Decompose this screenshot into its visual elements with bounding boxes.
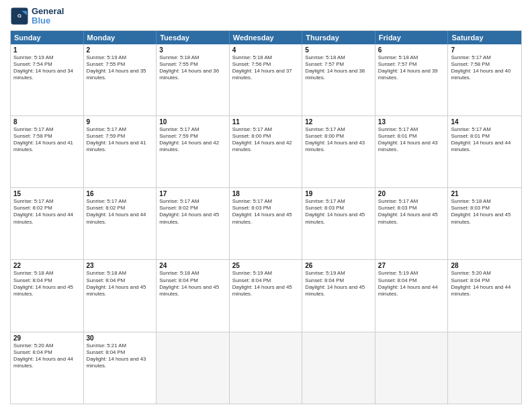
- calendar-cell: 25Sunrise: 5:19 AMSunset: 8:04 PMDayligh…: [230, 260, 303, 331]
- day-number: 22: [13, 262, 81, 269]
- cell-info: Sunrise: 5:17 AMSunset: 7:58 PMDaylight:…: [13, 126, 81, 154]
- day-number: 25: [232, 262, 300, 269]
- calendar-cell: 21Sunrise: 5:18 AMSunset: 8:03 PMDayligh…: [448, 188, 521, 259]
- calendar-row: 1Sunrise: 5:19 AMSunset: 7:54 PMDaylight…: [11, 44, 521, 116]
- logo-line2: Blue: [32, 16, 64, 26]
- day-number: 3: [159, 46, 226, 54]
- logo-icon: G: [10, 7, 29, 26]
- calendar-cell: 3Sunrise: 5:18 AMSunset: 7:55 PMDaylight…: [157, 44, 230, 116]
- cell-info: Sunrise: 5:17 AMSunset: 8:02 PMDaylight:…: [13, 198, 81, 226]
- calendar-cell: 5Sunrise: 5:18 AMSunset: 7:57 PMDaylight…: [302, 44, 375, 116]
- calendar-cell: 30Sunrise: 5:21 AMSunset: 8:04 PMDayligh…: [84, 332, 157, 404]
- cell-info: Sunrise: 5:17 AMSunset: 8:03 PMDaylight:…: [305, 198, 372, 226]
- calendar-cell: 12Sunrise: 5:17 AMSunset: 8:00 PMDayligh…: [302, 116, 375, 187]
- weekday-header: Tuesday: [157, 31, 230, 44]
- calendar-cell: 15Sunrise: 5:17 AMSunset: 8:02 PMDayligh…: [11, 188, 84, 259]
- day-number: 5: [305, 46, 372, 54]
- calendar-cell: 22Sunrise: 5:18 AMSunset: 8:04 PMDayligh…: [11, 260, 84, 331]
- cell-info: Sunrise: 5:17 AMSunset: 7:59 PMDaylight:…: [87, 126, 154, 154]
- calendar-cell: [302, 332, 375, 404]
- calendar-cell: [157, 332, 230, 404]
- day-number: 14: [451, 118, 519, 126]
- calendar-cell: 6Sunrise: 5:18 AMSunset: 7:57 PMDaylight…: [375, 44, 449, 116]
- calendar-cell: 14Sunrise: 5:17 AMSunset: 8:01 PMDayligh…: [448, 116, 521, 187]
- calendar-cell: 18Sunrise: 5:17 AMSunset: 8:03 PMDayligh…: [230, 188, 303, 259]
- day-number: 29: [13, 334, 81, 342]
- day-number: 6: [378, 46, 445, 54]
- cell-info: Sunrise: 5:19 AMSunset: 8:04 PMDaylight:…: [378, 270, 445, 298]
- cell-info: Sunrise: 5:17 AMSunset: 7:59 PMDaylight:…: [159, 126, 226, 154]
- cell-info: Sunrise: 5:20 AMSunset: 8:04 PMDaylight:…: [451, 270, 519, 298]
- calendar-cell: 11Sunrise: 5:17 AMSunset: 8:00 PMDayligh…: [230, 116, 303, 187]
- cell-info: Sunrise: 5:20 AMSunset: 8:04 PMDaylight:…: [13, 342, 81, 370]
- calendar-cell: 29Sunrise: 5:20 AMSunset: 8:04 PMDayligh…: [11, 332, 84, 404]
- cell-info: Sunrise: 5:17 AMSunset: 8:03 PMDaylight:…: [232, 198, 300, 226]
- day-number: 23: [87, 262, 154, 269]
- weekday-header: Wednesday: [230, 31, 303, 44]
- calendar-cell: 17Sunrise: 5:17 AMSunset: 8:02 PMDayligh…: [157, 188, 230, 259]
- day-number: 13: [378, 118, 445, 126]
- cell-info: Sunrise: 5:18 AMSunset: 8:03 PMDaylight:…: [451, 198, 519, 226]
- weekday-header: Thursday: [302, 31, 375, 44]
- cell-info: Sunrise: 5:19 AMSunset: 8:04 PMDaylight:…: [232, 270, 300, 298]
- day-number: 1: [13, 46, 81, 54]
- day-number: 16: [87, 190, 154, 197]
- day-number: 15: [13, 190, 81, 197]
- calendar-cell: 2Sunrise: 5:19 AMSunset: 7:55 PMDaylight…: [84, 44, 157, 116]
- day-number: 9: [87, 118, 154, 126]
- day-number: 26: [305, 262, 372, 269]
- cell-info: Sunrise: 5:18 AMSunset: 8:04 PMDaylight:…: [159, 270, 226, 298]
- calendar-cell: 7Sunrise: 5:17 AMSunset: 7:58 PMDaylight…: [448, 44, 521, 116]
- calendar-row: 22Sunrise: 5:18 AMSunset: 8:04 PMDayligh…: [11, 260, 521, 332]
- calendar-cell: 8Sunrise: 5:17 AMSunset: 7:58 PMDaylight…: [11, 116, 84, 187]
- logo-line1: General: [32, 7, 64, 16]
- day-number: 12: [305, 118, 372, 126]
- cell-info: Sunrise: 5:17 AMSunset: 8:01 PMDaylight:…: [451, 126, 519, 154]
- calendar-cell: 27Sunrise: 5:19 AMSunset: 8:04 PMDayligh…: [375, 260, 449, 331]
- cell-info: Sunrise: 5:18 AMSunset: 8:04 PMDaylight:…: [87, 270, 154, 298]
- calendar-cell: 19Sunrise: 5:17 AMSunset: 8:03 PMDayligh…: [302, 188, 375, 259]
- cell-info: Sunrise: 5:19 AMSunset: 7:55 PMDaylight:…: [87, 54, 154, 82]
- cell-info: Sunrise: 5:18 AMSunset: 7:55 PMDaylight:…: [159, 54, 226, 82]
- day-number: 28: [451, 262, 519, 269]
- calendar: SundayMondayTuesdayWednesdayThursdayFrid…: [10, 30, 522, 404]
- calendar-cell: 24Sunrise: 5:18 AMSunset: 8:04 PMDayligh…: [157, 260, 230, 331]
- calendar-cell: 16Sunrise: 5:17 AMSunset: 8:02 PMDayligh…: [84, 188, 157, 259]
- day-number: 7: [451, 46, 519, 54]
- calendar-cell: 26Sunrise: 5:19 AMSunset: 8:04 PMDayligh…: [302, 260, 375, 331]
- calendar-cell: 20Sunrise: 5:17 AMSunset: 8:03 PMDayligh…: [375, 188, 449, 259]
- weekday-header: Friday: [375, 31, 449, 44]
- calendar-header: SundayMondayTuesdayWednesdayThursdayFrid…: [11, 31, 521, 44]
- calendar-cell: 28Sunrise: 5:20 AMSunset: 8:04 PMDayligh…: [448, 260, 521, 331]
- cell-info: Sunrise: 5:17 AMSunset: 8:02 PMDaylight:…: [87, 198, 154, 226]
- day-number: 18: [232, 190, 300, 197]
- calendar-cell: 9Sunrise: 5:17 AMSunset: 7:59 PMDaylight…: [84, 116, 157, 187]
- cell-info: Sunrise: 5:19 AMSunset: 7:54 PMDaylight:…: [13, 54, 81, 82]
- cell-info: Sunrise: 5:17 AMSunset: 8:02 PMDaylight:…: [159, 198, 226, 226]
- calendar-cell: 13Sunrise: 5:17 AMSunset: 8:01 PMDayligh…: [375, 116, 449, 187]
- cell-info: Sunrise: 5:17 AMSunset: 7:58 PMDaylight:…: [451, 54, 519, 82]
- calendar-cell: 23Sunrise: 5:18 AMSunset: 8:04 PMDayligh…: [84, 260, 157, 331]
- day-number: 4: [232, 46, 300, 54]
- cell-info: Sunrise: 5:17 AMSunset: 8:00 PMDaylight:…: [305, 126, 372, 154]
- weekday-header: Monday: [84, 31, 157, 44]
- calendar-body: 1Sunrise: 5:19 AMSunset: 7:54 PMDaylight…: [11, 44, 521, 404]
- cell-info: Sunrise: 5:21 AMSunset: 8:04 PMDaylight:…: [87, 342, 154, 370]
- cell-info: Sunrise: 5:19 AMSunset: 8:04 PMDaylight:…: [305, 270, 372, 298]
- cell-info: Sunrise: 5:17 AMSunset: 8:01 PMDaylight:…: [378, 126, 445, 154]
- page: G General Blue SundayMondayTuesdayWednes…: [0, 0, 532, 411]
- day-number: 24: [159, 262, 226, 269]
- cell-info: Sunrise: 5:17 AMSunset: 8:03 PMDaylight:…: [378, 198, 445, 226]
- calendar-cell: [375, 332, 449, 404]
- calendar-cell: 10Sunrise: 5:17 AMSunset: 7:59 PMDayligh…: [157, 116, 230, 187]
- weekday-header: Saturday: [448, 31, 521, 44]
- day-number: 21: [451, 190, 519, 197]
- svg-text:G: G: [17, 13, 21, 19]
- cell-info: Sunrise: 5:18 AMSunset: 7:57 PMDaylight:…: [305, 54, 372, 82]
- day-number: 30: [87, 334, 154, 342]
- calendar-cell: 1Sunrise: 5:19 AMSunset: 7:54 PMDaylight…: [11, 44, 84, 116]
- weekday-header: Sunday: [11, 31, 84, 44]
- calendar-cell: 4Sunrise: 5:18 AMSunset: 7:56 PMDaylight…: [230, 44, 303, 116]
- calendar-cell: [448, 332, 521, 404]
- calendar-row: 15Sunrise: 5:17 AMSunset: 8:02 PMDayligh…: [11, 188, 521, 260]
